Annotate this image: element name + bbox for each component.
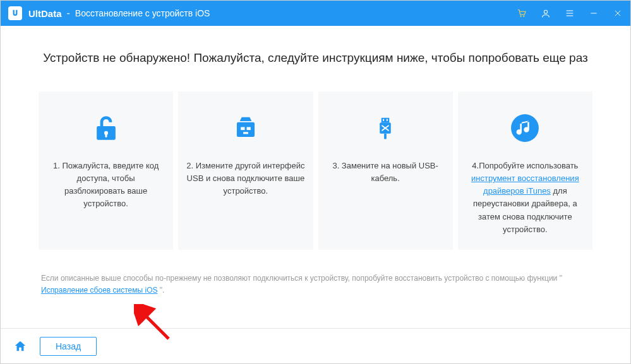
window-subtitle: Восстановление с устройств iOS xyxy=(75,8,210,18)
usb-port-icon xyxy=(186,108,305,148)
svg-rect-16 xyxy=(383,119,384,121)
minimize-button[interactable] xyxy=(589,8,599,18)
bottom-bar: Назад xyxy=(1,328,630,363)
app-name: UltData xyxy=(28,8,62,19)
ios-system-fix-link[interactable]: Исправление сбоев системы iOS xyxy=(41,286,157,295)
menu-icon[interactable] xyxy=(565,8,575,18)
card-itunes-driver: 4.Попробуйте использовать инструмент вос… xyxy=(458,91,592,250)
usb-cable-icon xyxy=(326,108,445,148)
card-text: 3. Замените на новый USB-кабель. xyxy=(326,160,445,185)
svg-rect-17 xyxy=(387,119,388,121)
svg-rect-10 xyxy=(105,134,107,137)
unlock-icon xyxy=(46,108,165,148)
svg-rect-11 xyxy=(237,122,255,137)
card-usb-port: 2. Измените другой интерфейс USB и снова… xyxy=(178,91,313,250)
title-separator: - xyxy=(67,8,70,19)
svg-rect-15 xyxy=(382,118,390,123)
home-button[interactable] xyxy=(13,339,27,353)
app-window: UltData - Восстановление с устройств iOS… xyxy=(0,0,631,364)
card-usb-cable: 3. Замените на новый USB-кабель. xyxy=(318,91,453,250)
page-heading: Устройств не обнаружено! Пожалуйста, сле… xyxy=(39,51,592,65)
footnote: Если описанные выше способы по-прежнему … xyxy=(39,273,592,296)
title-bar: UltData - Восстановление с устройств iOS xyxy=(1,1,630,26)
svg-rect-12 xyxy=(241,127,244,130)
main-content: Устройств не обнаружено! Пожалуйста, сле… xyxy=(1,26,630,328)
card-text: 2. Измените другой интерфейс USB и снова… xyxy=(186,160,305,197)
svg-point-1 xyxy=(523,16,524,17)
user-icon[interactable] xyxy=(541,8,551,18)
cart-icon[interactable] xyxy=(517,8,527,18)
back-button[interactable]: Назад xyxy=(40,337,97,356)
app-logo-icon xyxy=(8,6,22,20)
close-button[interactable] xyxy=(613,8,623,18)
svg-point-2 xyxy=(544,10,547,13)
svg-rect-13 xyxy=(246,127,250,130)
svg-point-0 xyxy=(520,16,522,17)
card-text: 4.Попробуйте использовать инструмент вос… xyxy=(466,160,585,236)
music-icon xyxy=(466,108,585,148)
titlebar-actions xyxy=(517,8,623,18)
card-text: 1. Пожалуйста, введите код доступа, чтоб… xyxy=(46,160,165,211)
tips-cards: 1. Пожалуйста, введите код доступа, чтоб… xyxy=(39,91,592,250)
card-unlock: 1. Пожалуйста, введите код доступа, чтоб… xyxy=(39,91,173,250)
footnote-pre: Если описанные выше способы по-прежнему … xyxy=(41,274,562,283)
card4-pre: 4.Попробуйте использовать xyxy=(472,161,578,170)
footnote-post: ". xyxy=(157,286,164,295)
svg-rect-14 xyxy=(243,132,248,134)
svg-rect-19 xyxy=(384,134,387,139)
